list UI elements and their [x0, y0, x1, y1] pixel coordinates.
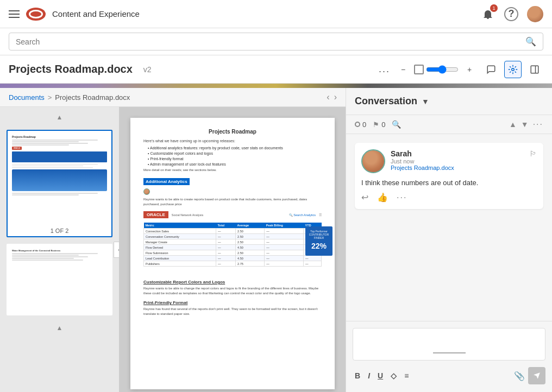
- doc-bullet-1: Additional analytics features: reports b…: [143, 146, 322, 150]
- flag-icon: ⚑: [373, 121, 379, 129]
- user-avatar[interactable]: [527, 6, 543, 22]
- notification-icon[interactable]: 1: [480, 7, 495, 22]
- send-button[interactable]: [528, 367, 545, 384]
- collapse-panel-button[interactable]: ‹: [114, 242, 120, 258]
- conv-next-button[interactable]: ▼: [521, 120, 529, 129]
- doc-right-box: Top Performer CONTRIBUTOR FINDER 22%: [305, 226, 333, 256]
- doc-toolbar: Projects Roadmap.docx v2 ... − +: [0, 55, 552, 84]
- attach-button[interactable]: 📎: [514, 371, 525, 381]
- message-header: Sarah Just now Projects Roadmap.docx 🏳: [361, 149, 537, 173]
- breadcrumb-sep: >: [48, 93, 52, 102]
- zoom-out-button[interactable]: −: [394, 61, 412, 78]
- breadcrumb-prev[interactable]: ‹: [327, 92, 329, 102]
- thumbnail-1-label: 1 OF 2: [10, 227, 109, 234]
- table-row: Publishers—2.75——: [144, 261, 322, 267]
- reply-button[interactable]: ↩: [361, 192, 368, 203]
- zoom-box-icon: [414, 65, 424, 74]
- breadcrumb-current: Projects Roadmap.docx: [55, 93, 130, 102]
- app-title: Content and Experience: [52, 9, 474, 18]
- breadcrumb: Documents > Projects Roadmap.docx ‹ ›: [0, 88, 346, 107]
- doc-version: v2: [143, 65, 152, 74]
- message-actions: ↩ 👍 ···: [361, 192, 537, 203]
- thumb-doc-page-2: Water Management of the Connected Busine…: [10, 247, 109, 312]
- conv-messages[interactable]: Sarah Just now Projects Roadmap.docx 🏳 I…: [346, 134, 552, 321]
- doc-page-title: Projects Roadmap: [143, 129, 322, 135]
- more-options-button[interactable]: ...: [379, 64, 390, 75]
- conv-prev-button[interactable]: ▲: [509, 120, 517, 129]
- breadcrumb-documents-link[interactable]: Documents: [9, 93, 45, 102]
- conv-toolbar: 0 ⚑ 0 🔍 ▲ ▼ ···: [346, 115, 552, 134]
- message-source[interactable]: Projects Roadmap.docx: [391, 165, 524, 171]
- message-info: Sarah Just now Projects Roadmap.docx: [391, 149, 524, 171]
- conv-toolbar-right: ▲ ▼ ···: [509, 119, 543, 129]
- thumbnail-1-inner: Projects Roadmap ORACLE: [10, 133, 109, 225]
- doc-annotation-bubble: [143, 188, 322, 195]
- reply-toolbar: B I U ◇ ≡ 📎: [353, 365, 545, 387]
- panel-toggle-button[interactable]: [526, 61, 543, 78]
- comment-dot-icon: [355, 122, 360, 127]
- message-flag-button[interactable]: 🏳: [529, 149, 537, 158]
- search-input[interactable]: [16, 37, 525, 46]
- comment-count-label: 0: [362, 121, 366, 129]
- doc-section-body: Raynne wants to be able to create report…: [143, 197, 322, 207]
- help-icon[interactable]: ?: [504, 7, 518, 21]
- doc-table: Metric Total Average Peak Billing YTD Co…: [143, 223, 322, 267]
- scroll-up-arrow[interactable]: ▲: [57, 113, 63, 121]
- color-bar: [0, 84, 552, 88]
- thumbnail-1[interactable]: Projects Roadmap ORACLE: [7, 130, 112, 237]
- table-row: Conversation Community—2.50——: [144, 234, 322, 239]
- message-more-button[interactable]: ···: [397, 193, 407, 203]
- search-icon[interactable]: 🔍: [525, 36, 536, 47]
- doc-toolbar-right: ... − +: [379, 61, 543, 78]
- reply-input-line: [433, 352, 466, 353]
- thumb-doc-page-1: Projects Roadmap ORACLE: [10, 133, 109, 225]
- doc-customizable-title: Customizable Report Colors and Logos: [143, 280, 322, 284]
- zoom-in-button[interactable]: +: [461, 61, 478, 78]
- doc-content-area: ▲ Projects Roadmap ORACLE: [0, 107, 346, 392]
- main-doc-view[interactable]: Projects Roadmap Here's what we have com…: [120, 107, 346, 392]
- conv-dropdown-icon[interactable]: ▼: [422, 97, 429, 106]
- scroll-down-arrow[interactable]: ▲: [57, 324, 63, 332]
- conv-flag-count: ⚑ 0: [373, 121, 385, 129]
- thumbnail-2[interactable]: Water Management of the Connected Busine…: [7, 244, 112, 315]
- conv-search-icon[interactable]: 🔍: [392, 120, 401, 129]
- reply-input-box[interactable]: [353, 328, 545, 361]
- zoom-control: − +: [394, 61, 478, 78]
- message-body: I think these numbers are out of date.: [361, 179, 537, 187]
- underline-button[interactable]: U: [375, 370, 385, 381]
- table-row: Lead Contribution—4.50——: [144, 256, 322, 261]
- notification-badge: 1: [490, 4, 498, 12]
- conv-comment-count: 0: [355, 121, 366, 129]
- hamburger-menu[interactable]: [9, 10, 20, 18]
- comment-button[interactable]: [482, 61, 500, 78]
- breadcrumb-next[interactable]: ›: [334, 92, 337, 102]
- annotation-button[interactable]: [504, 61, 522, 78]
- doc-bullet-3: Print-friendly format: [143, 157, 322, 161]
- doc-customizable-body: Raynne wants to be able to change the re…: [143, 286, 322, 296]
- conv-title: Conversation: [355, 96, 417, 107]
- bold-button[interactable]: B: [353, 370, 362, 381]
- table-row: Connection Sales—2.50——: [144, 229, 322, 234]
- doc-bullet-2: Customizable report colors and logos: [143, 151, 322, 155]
- nav-right: 1 ?: [480, 6, 543, 22]
- table-row: Manager Create—2.50——: [144, 239, 322, 245]
- doc-more-detail: More detail on their needs; see the sect…: [143, 168, 322, 172]
- table-row: Flow Derived—4.50——: [144, 245, 322, 250]
- doc-section-title: Additional Analytics: [143, 178, 190, 185]
- like-button[interactable]: 👍: [377, 192, 388, 203]
- italic-button[interactable]: I: [366, 370, 372, 381]
- doc-print-body: Raynne has found that several of the rep…: [143, 307, 322, 317]
- list-button[interactable]: ≡: [402, 370, 411, 381]
- flag-count-label: 0: [381, 121, 385, 129]
- zoom-slider[interactable]: [426, 65, 459, 74]
- reply-area: B I U ◇ ≡ 📎: [346, 321, 552, 392]
- message-avatar: [361, 149, 385, 173]
- highlight-button[interactable]: ◇: [388, 370, 399, 381]
- search-wrapper[interactable]: 🔍: [9, 33, 543, 50]
- message-card: Sarah Just now Projects Roadmap.docx 🏳 I…: [355, 143, 543, 209]
- conv-more-button[interactable]: ···: [533, 119, 543, 129]
- doc-page: Projects Roadmap Here's what we have com…: [130, 118, 335, 389]
- search-bar: 🔍: [0, 28, 552, 55]
- svg-rect-1: [531, 66, 538, 73]
- message-author: Sarah: [391, 149, 524, 158]
